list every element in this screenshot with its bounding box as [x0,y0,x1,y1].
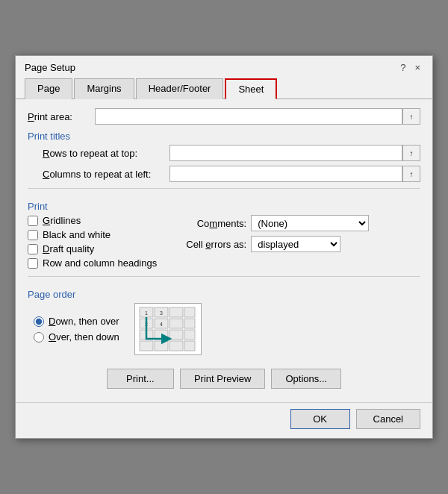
page-setup-dialog: Page Setup ? × Page Margins Header/Foote… [15,55,433,439]
tab-margins[interactable]: Margins [74,78,134,99]
page-order-section: Page order Down, then over Over, then do… [28,276,420,355]
draft-quality-row: Draft quality [28,243,157,254]
gridlines-checkbox[interactable] [28,216,38,226]
print-button[interactable]: Print... [107,369,174,389]
print-titles-section-label: Print titles [28,131,420,142]
over-then-down-label: Over, then down [49,331,119,343]
cols-repeat-label: Columns to repeat at left: [43,169,169,180]
black-white-label: Black and white [43,229,111,240]
black-white-row: Black and white [28,229,157,240]
svg-rect-11 [184,330,195,340]
svg-text:1: 1 [145,310,148,316]
down-then-over-row: Down, then over [34,316,119,327]
svg-rect-15 [184,341,195,351]
tab-header-footer[interactable]: Header/Footer [136,78,224,99]
svg-rect-7 [184,319,195,328]
comments-row: Comments: (None) At end of sheet As disp… [179,215,369,231]
options-button[interactable]: Options... [271,369,341,389]
dialog-content: Print area: ↑ Print titles Rows to repea… [16,99,432,399]
print-preview-button[interactable]: Print Preview [180,369,266,389]
help-button[interactable]: ? [397,63,408,72]
print-dropdowns: Comments: (None) At end of sheet As disp… [179,215,369,269]
down-then-over-radio[interactable] [34,316,44,327]
cell-errors-dropdown[interactable]: displayed -- blank -- -- #N/A [251,236,340,252]
rows-repeat-label: Rows to repeat at top: [43,148,169,159]
svg-rect-14 [169,341,183,351]
svg-rect-10 [169,330,183,340]
row-col-headings-row: Row and column headings [28,257,157,269]
print-section: Print Gridlines Black and white [28,188,420,269]
print-area-input-wrap: ↑ [95,108,420,125]
over-then-down-radio[interactable] [34,332,44,343]
print-area-label: Print area: [28,111,95,122]
print-section-label: Print [28,201,420,212]
rows-repeat-collapse-button[interactable]: ↑ [402,145,420,161]
rows-repeat-input-wrap: ↑ [169,145,420,161]
comments-label: Comments: [179,218,246,229]
cell-errors-row: Cell errors as: displayed -- blank -- --… [179,236,369,252]
print-area-input[interactable] [95,108,402,125]
cols-repeat-input-wrap: ↑ [169,166,420,182]
footer-buttons: OK Cancel [16,402,432,438]
rows-repeat-input[interactable] [169,145,402,161]
page-order-radios: Down, then over Over, then down [34,316,119,343]
row-col-headings-checkbox[interactable] [28,258,38,269]
title-bar-controls: ? × [397,63,423,72]
svg-text:4: 4 [160,322,163,327]
page-order-content: Down, then over Over, then down [34,303,420,355]
gridlines-label: Gridlines [43,215,81,226]
print-options-columns: Gridlines Black and white Draft quality [28,215,420,269]
print-checkboxes: Gridlines Black and white Draft quality [28,215,157,269]
draft-quality-checkbox[interactable] [28,244,38,254]
page-order-section-label: Page order [28,289,420,300]
cancel-button[interactable]: Cancel [356,409,420,429]
comments-dropdown[interactable]: (None) At end of sheet As displayed on s… [251,215,369,231]
tab-page[interactable]: Page [25,78,72,99]
title-bar: Page Setup ? × [16,56,432,78]
svg-rect-2 [169,307,183,317]
svg-rect-3 [184,307,195,317]
svg-text:3: 3 [160,310,163,316]
ok-button[interactable]: OK [290,409,350,429]
close-button[interactable]: × [411,63,423,72]
down-then-over-label: Down, then over [49,316,119,327]
row-col-headings-label: Row and column headings [43,257,157,269]
print-area-row: Print area: ↑ [28,108,420,125]
page-order-svg: 1 3 2 4 [138,306,198,352]
gridlines-row: Gridlines [28,215,157,226]
cols-repeat-row: Columns to repeat at left: ↑ [43,166,420,182]
print-area-collapse-button[interactable]: ↑ [402,108,420,125]
draft-quality-label: Draft quality [43,243,94,254]
tab-sheet[interactable]: Sheet [225,78,277,99]
svg-rect-12 [140,341,153,351]
black-white-checkbox[interactable] [28,230,38,240]
cols-repeat-collapse-button[interactable]: ↑ [402,166,420,182]
svg-rect-13 [155,341,168,351]
cell-errors-label: Cell errors as: [179,239,246,250]
print-titles-indent: Rows to repeat at top: ↑ Columns to repe… [43,145,420,182]
svg-rect-6 [169,319,183,328]
rows-repeat-row: Rows to repeat at top: ↑ [43,145,420,161]
dialog-title: Page Setup [25,62,75,73]
action-buttons: Print... Print Preview Options... [28,369,420,392]
cols-repeat-input[interactable] [169,166,402,182]
over-then-down-row: Over, then down [34,331,119,343]
page-order-diagram: 1 3 2 4 [134,303,202,355]
tab-bar: Page Margins Header/Footer Sheet [16,78,432,99]
